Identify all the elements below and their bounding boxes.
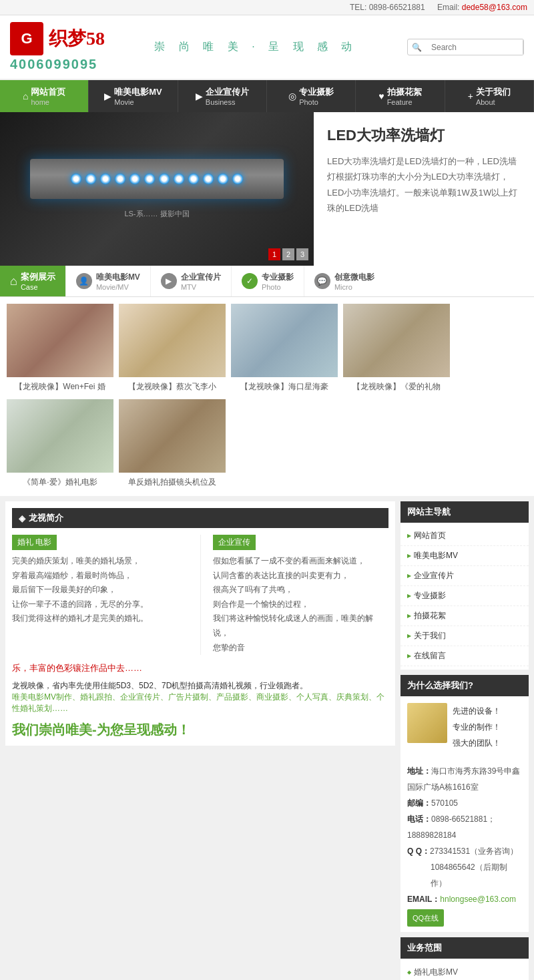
led-dot [115, 174, 125, 184]
tab-photo[interactable]: ✓ 专业摄影 Photo [231, 266, 304, 296]
postcode-value: 570105 [431, 798, 458, 808]
address-line: 地址：海口市海秀东路39号申鑫国际广场A栋1616室 [407, 763, 522, 795]
gallery-item-5[interactable]: 单反婚礼拍摄镜头机位及 [119, 399, 226, 489]
tab-micro-text: 创意微电影 Micro [334, 272, 374, 291]
slider-info: LED大功率洗墙灯 LED大功率洗墙灯是LED洗墙灯的一种，LED洗墙灯根据灯珠… [314, 112, 534, 266]
nav-photo-sub: Photo [299, 98, 334, 106]
email-link[interactable]: dede58@163.com [462, 3, 527, 12]
biz-scope-content: 婚礼电影MV 爱情故事MV 创意婚礼策划 [400, 959, 529, 980]
sidebar-biz-section: 业务范围 婚礼电影MV 爱情故事MV 创意婚礼策划 [400, 937, 529, 980]
tab-business[interactable]: ▶ 企业宣传片 MTV [150, 266, 231, 296]
top-bar: TEL: 0898-66521881 Email: dede58@163.com [0, 0, 534, 15]
main-content: ◈ 龙视简介 婚礼 电影 完美的婚庆策划，唯美的婚礼场景，穿着最高端婚纱，着最时… [0, 501, 400, 980]
sidebar-nav-item-5[interactable]: 关于我们 [400, 626, 529, 646]
email-line: EMAIL：hnlongsee@163.com [407, 891, 522, 907]
search-button[interactable]: ▶ [523, 39, 524, 55]
nav-feature-sub: Feature [387, 98, 422, 106]
logo-phone: 4006099095 [10, 57, 105, 72]
content-section: ⌂ 案例展示 Case 👤 唯美电影MV Movie/MV ▶ 企业宣传片 MT… [0, 266, 534, 496]
tab-micro-sub: Micro [334, 283, 374, 291]
header: G 织梦58 4006099095 崇 尚 唯 美 · 呈 现 感 动 🔍 ▶ [0, 15, 534, 80]
tab-business-sub: MTV [181, 283, 221, 291]
nav-item-photo[interactable]: ◎ 专业摄影 Photo [267, 80, 356, 112]
led-light-graphic [30, 159, 284, 199]
search-box: 🔍 ▶ [407, 39, 524, 55]
gallery-thumb-2 [231, 304, 338, 377]
sidebar-nav: 网站首页 唯美电影MV 企业宣传片 专业摄影 拍摄花絮 关于我们 在线留言 [400, 523, 529, 670]
logo-icon: G [10, 22, 43, 55]
gallery-label-1: 【龙视映像】蔡次飞李小 [119, 380, 226, 394]
gallery-thumb-0 [7, 304, 113, 377]
nav-about-main: 关于我们 [476, 86, 511, 98]
tab-micro[interactable]: 💬 创意微电影 Micro [304, 266, 384, 296]
gallery-thumb-1 [119, 304, 226, 377]
sidebar-nav-item-1[interactable]: 唯美电影MV [400, 546, 529, 566]
slider-page-2[interactable]: 2 [282, 248, 294, 260]
qq-online-line: QQ在线 [407, 907, 522, 927]
slider-page-1[interactable]: 1 [268, 248, 280, 260]
slider-background: LS-系…… 摄影中国 [0, 112, 314, 266]
intro-title: ◈ 龙视简介 [12, 508, 388, 528]
address-label: 地址： [407, 766, 431, 776]
email-sidebar-value[interactable]: hnlongsee@163.com [440, 895, 516, 904]
photo-icon: ◎ [288, 91, 296, 101]
nav-item-feature[interactable]: ♥ 拍摄花絮 Feature [356, 80, 445, 112]
nav-feature-main: 拍摄花絮 [387, 86, 422, 98]
tab-business-main: 企业宣传片 [181, 272, 221, 283]
sidebar-nav-item-3[interactable]: 专业摄影 [400, 586, 529, 606]
sidebar-why-title: 为什么选择我们? [400, 675, 529, 696]
gallery-label-0: 【龙视映像】Wen+Fei 婚 [7, 380, 113, 394]
sidebar-nav-section: 网站主导航 网站首页 唯美电影MV 企业宣传片 专业摄影 拍摄花絮 关于我们 在… [400, 501, 529, 670]
email-sidebar-label: EMAIL： [407, 895, 440, 904]
sidebar-address: 地址：海口市海秀东路39号申鑫国际广场A栋1616室 邮编：570105 电话：… [400, 758, 529, 932]
home-icon: ⌂ [23, 91, 28, 101]
qq-line: Q Q：273341531（业务咨询） [407, 843, 522, 859]
gallery-item-1[interactable]: 【龙视映像】蔡次飞李小 [119, 304, 226, 394]
sidebar-nav-item-6[interactable]: 在线留言 [400, 646, 529, 666]
led-dot [188, 174, 199, 184]
slider-pagination: 1 2 3 [268, 248, 308, 260]
intro-link[interactable]: 龙视映像，省内率先使用佳能5D3、5D2、7D机型拍摄高清婚礼视频，行业领跑者。 [12, 681, 308, 690]
biz-item-0: 婚礼电影MV [407, 964, 522, 980]
intro-col2-header: 企业宣传 [213, 535, 256, 550]
gallery-thumb-5 [119, 399, 226, 473]
gallery-item-3[interactable]: 【龙视映像】《爱的礼物 [343, 304, 450, 394]
tab-home[interactable]: ⌂ 案例展示 Case [0, 266, 65, 296]
logo-area: G 织梦58 4006099095 [10, 22, 105, 72]
tab-movie[interactable]: 👤 唯美电影MV Movie/MV [65, 266, 150, 296]
gallery-item-2[interactable]: 【龙视映像】海口星海豪 [231, 304, 338, 394]
intro-services: 唯美电影MV制作、婚礼跟拍、企业宣传片、广告片摄制、产品摄影、商业摄影、个人写真… [12, 692, 388, 714]
tab-micro-icon: 💬 [314, 273, 330, 289]
nav-item-home[interactable]: ⌂ 网站首页 home [0, 80, 89, 112]
slider-description: LED大功率洗墙灯是LED洗墙灯的一种，LED洗墙灯根据灯珠功率的大小分为LED… [327, 154, 521, 216]
tabs-header: ⌂ 案例展示 Case 👤 唯美电影MV Movie/MV ▶ 企业宣传片 MT… [0, 266, 534, 297]
logo-top: G 织梦58 [10, 22, 105, 55]
tab-home-main: 案例展示 [21, 271, 55, 283]
tab-business-text: 企业宣传片 MTV [181, 272, 221, 291]
intro-big-text: 我们崇尚唯美-为您呈现感动！ [12, 721, 388, 739]
led-dot [85, 174, 96, 184]
sidebar-nav-item-0[interactable]: 网站首页 [400, 526, 529, 546]
tab-business-icon: ▶ [161, 273, 177, 289]
qq-value1: 273341531（业务咨询） [430, 846, 518, 856]
nav-item-business[interactable]: ▶ 企业宣传片 Business [178, 80, 267, 112]
tab-movie-main: 唯美电影MV [96, 272, 140, 283]
intro-link-text[interactable]: 龙视映像，省内率先使用佳能5D3、5D2、7D机型拍摄高清婚礼视频，行业领跑者。 [12, 680, 388, 692]
intro-icon: ◈ [19, 513, 25, 523]
led-dot [218, 174, 228, 184]
search-input[interactable] [426, 40, 523, 55]
qq-online-button[interactable]: QQ在线 [407, 909, 444, 927]
intro-col2-text: 假如您看腻了一成不变的看画面来解说道，认同含蓄的表达比直接的叫卖更有力，很高兴了… [213, 554, 389, 655]
nav-item-movie[interactable]: ▶ 唯美电影MV Movie [89, 80, 178, 112]
sidebar-nav-item-4[interactable]: 拍摄花絮 [400, 606, 529, 626]
gallery-item-4[interactable]: 《简单·爱》婚礼电影 [7, 399, 113, 489]
gallery-label-3: 【龙视映像】《爱的礼物 [343, 380, 450, 394]
gallery-label-2: 【龙视映像】海口星海豪 [231, 380, 338, 394]
nav-item-about[interactable]: + 关于我们 About [445, 80, 534, 112]
sidebar-nav-item-2[interactable]: 企业宣传片 [400, 566, 529, 586]
led-dot [100, 174, 111, 184]
slider-page-3[interactable]: 3 [296, 248, 308, 260]
gallery-item-0[interactable]: 【龙视映像】Wen+Fei 婚 [7, 304, 113, 394]
led-dots [71, 174, 243, 184]
tab-home-sub: Case [21, 283, 55, 291]
